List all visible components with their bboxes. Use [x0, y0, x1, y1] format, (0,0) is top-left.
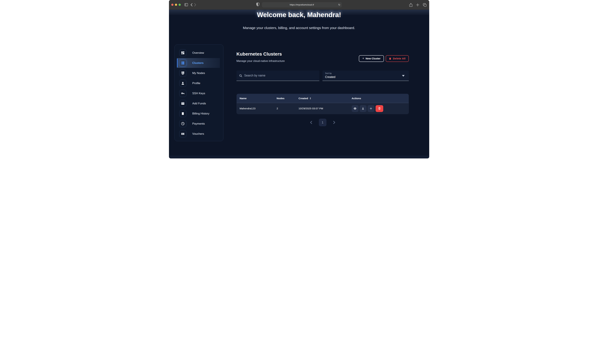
- eye-action-button[interactable]: [352, 105, 358, 112]
- sidebar-item-add-funds[interactable]: Add Funds: [174, 98, 223, 108]
- sidebar-item-icon-tile: [179, 69, 186, 77]
- clusters-panel: Kubernetes Clusters Manage your cloud-na…: [237, 51, 409, 63]
- close-window-button[interactable]: [171, 4, 174, 6]
- browser-toolbar: https://myceliumcloud.tf ↻: [169, 0, 429, 10]
- ssh-key-icon: [181, 91, 185, 95]
- sidebar-item-vouchers[interactable]: Vouchers: [174, 129, 223, 139]
- minimize-window-button[interactable]: [175, 4, 177, 6]
- chevron-down-icon: [402, 75, 405, 77]
- sidebar-item-clusters[interactable]: Clusters: [174, 58, 223, 68]
- sidebar-item-icon-tile: [179, 130, 186, 137]
- reload-icon[interactable]: ↻: [338, 3, 341, 6]
- sidebar-item-ssh-keys[interactable]: SSH Keys: [174, 88, 223, 98]
- search-input[interactable]: [244, 74, 317, 77]
- clusters-servers-icon: [181, 61, 185, 65]
- sidebar-item-icon-tile: [179, 110, 186, 117]
- sort-label: Sort by: [325, 72, 406, 74]
- clusters-table: Name Nodes Created↕ Actions Mahendra123 …: [237, 94, 409, 114]
- welcome-heading: Welcome back, Mahendra!: [169, 11, 429, 19]
- download-icon: [361, 107, 365, 110]
- delete-icon: [378, 107, 381, 110]
- voucher-ticket-icon: [181, 132, 185, 136]
- add-node-action-button[interactable]: [368, 105, 374, 112]
- table-body: Mahendra123 2 10/29/2025 03:07 PM: [237, 103, 409, 114]
- previous-page-icon[interactable]: [310, 121, 312, 124]
- sidebar-item-payments[interactable]: Payments: [174, 119, 223, 129]
- tab-overview-icon[interactable]: [423, 3, 427, 7]
- sidebar-item-label: SSH Keys: [192, 92, 205, 95]
- sidebar-item-label: Payments: [192, 122, 205, 125]
- sort-selected-value: Created: [325, 75, 406, 79]
- sidebar-item-icon-tile: [179, 120, 186, 127]
- sidebar-item-label: Profile: [192, 82, 200, 85]
- sidebar-item-icon-tile: [179, 59, 186, 66]
- url-text: https://myceliumcloud.tf: [290, 3, 314, 6]
- column-header-nodes: Nodes: [277, 97, 299, 100]
- sidebar-item-icon-tile: [179, 49, 186, 56]
- sidebar-item-label: Clusters: [192, 61, 204, 65]
- forward-button[interactable]: [194, 3, 196, 7]
- trash-icon: [389, 57, 391, 60]
- column-header-created[interactable]: Created↕: [299, 97, 352, 100]
- new-tab-icon[interactable]: [416, 3, 419, 7]
- sidebar-item-overview[interactable]: Overview: [174, 48, 223, 58]
- sidebar-item-icon-tile: [179, 90, 186, 97]
- page-number-button[interactable]: 1: [319, 119, 326, 126]
- address-bar[interactable]: https://myceliumcloud.tf ↻: [262, 2, 342, 8]
- header-actions: + New Cluster Delete All: [359, 55, 409, 62]
- sort-select[interactable]: Sort by Created: [323, 71, 409, 81]
- zoom-window-button[interactable]: [179, 4, 181, 6]
- browser-window: https://myceliumcloud.tf ↻: [169, 0, 429, 158]
- privacy-shield-icon[interactable]: [256, 2, 259, 7]
- sidebar-item-my-nodes[interactable]: My Nodes: [174, 68, 223, 78]
- welcome-subtitle: Manage your clusters, billing, and accou…: [169, 26, 429, 30]
- back-button[interactable]: [190, 3, 192, 7]
- pagination: 1: [237, 119, 409, 126]
- cluster-nodes-cell: 2: [277, 107, 299, 110]
- sidebar-item-label: Billing History: [192, 112, 209, 115]
- sidebar-item-icon-tile: [179, 100, 186, 107]
- cluster-name-cell: Mahendra123: [240, 107, 277, 110]
- sidebar-item-profile[interactable]: Profile: [174, 78, 223, 88]
- delete-action-button[interactable]: [376, 105, 383, 112]
- search-field[interactable]: [237, 71, 319, 81]
- sidebar-item-billing-history[interactable]: Billing History: [174, 108, 223, 119]
- column-header-name: Name: [240, 97, 277, 100]
- profile-user-icon: [181, 81, 185, 85]
- download-action-button[interactable]: [360, 105, 366, 112]
- sidebar-item-label: Add Funds: [192, 102, 206, 105]
- delete-all-button[interactable]: Delete All: [386, 55, 409, 62]
- sidebar-item-label: My Nodes: [192, 72, 205, 75]
- overview-grid-icon: [181, 51, 185, 55]
- traffic-lights: [171, 4, 181, 6]
- clock-icon: [181, 122, 185, 126]
- credit-card-icon: [181, 101, 185, 105]
- sidebar-item-icon-tile: [179, 80, 186, 87]
- plus-icon: +: [362, 57, 364, 60]
- sidebar-item-label: Vouchers: [192, 132, 204, 136]
- sidebar-toggle-icon[interactable]: [184, 3, 188, 6]
- row-actions: [352, 105, 406, 112]
- eye-icon: [354, 107, 357, 110]
- dashboard-sidebar: Overview Clusters My Nodes Profile: [174, 44, 223, 141]
- sidebar-item-label: Overview: [192, 51, 204, 55]
- table-header-row: Name Nodes Created↕ Actions: [237, 94, 409, 103]
- cluster-created-cell: 10/29/2025 03:07 PM: [299, 107, 352, 110]
- search-icon: [239, 74, 242, 77]
- filter-row: Sort by Created: [237, 71, 409, 81]
- share-icon[interactable]: [409, 3, 412, 7]
- sort-arrows-icon: ↕: [309, 97, 311, 100]
- nodes-server-icon: [181, 71, 185, 75]
- page-content: Welcome back, Mahendra! Manage your clus…: [169, 10, 429, 158]
- table-row[interactable]: Mahendra123 2 10/29/2025 03:07 PM: [237, 103, 409, 114]
- receipt-icon: [181, 112, 185, 116]
- column-header-actions: Actions: [352, 97, 406, 100]
- next-page-icon[interactable]: [333, 121, 335, 124]
- new-cluster-button[interactable]: + New Cluster: [359, 55, 384, 62]
- add-node-icon: [369, 107, 373, 110]
